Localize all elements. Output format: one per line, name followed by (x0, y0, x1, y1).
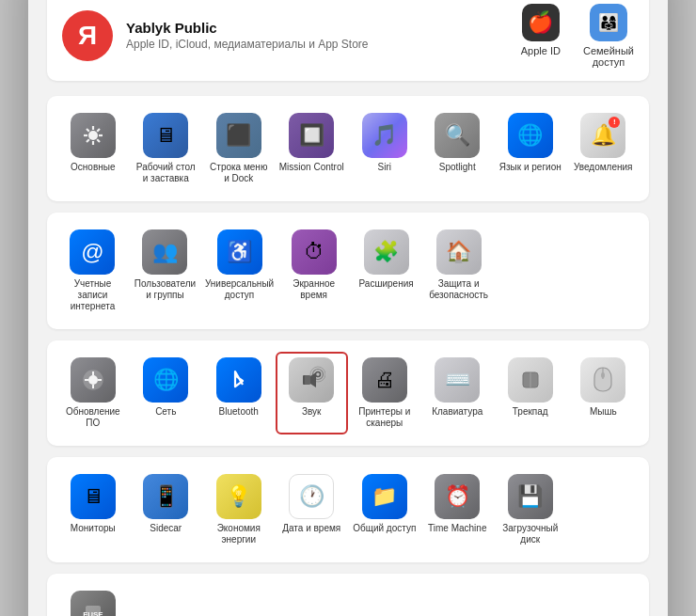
pref-sidecar-label: Sidecar (150, 523, 182, 534)
pref-extensions-label: Расширения (359, 278, 414, 290)
section-4: 🖥 Мониторы 📱 Sidecar 💡 Экономия энергии (47, 457, 649, 562)
pref-datetime-icon: 🕐 (289, 474, 334, 519)
pref-trackpad-label: Трекпад (513, 406, 548, 418)
pref-bluetooth[interactable]: Bluetooth (202, 352, 276, 434)
pref-universal-label: Универсальный доступ (205, 278, 274, 301)
profile-actions: 🍎 Apple ID 👨‍👩‍👧 Семейныйдоступ (521, 4, 634, 68)
apple-id-label: Apple ID (521, 45, 561, 56)
pref-language[interactable]: 🌐 Язык и регион (494, 107, 567, 190)
profile-name: Yablyk Public (126, 20, 521, 36)
pref-desktop-label: Рабочий стол и заставка (134, 162, 199, 184)
pref-printers-label: Принтеры и сканеры (352, 406, 418, 429)
svg-text:FUSE: FUSE (83, 610, 103, 617)
pref-universal-icon: ♿ (217, 229, 262, 275)
svg-point-10 (88, 375, 98, 385)
pref-mouse-label: Мышь (590, 406, 617, 418)
pref-mission[interactable]: 🔲 Mission Control (276, 107, 349, 190)
avatar: Я (62, 10, 113, 61)
pref-security-label: Защита и безопасность (426, 278, 491, 301)
pref-language-label: Язык и регион (499, 162, 562, 173)
family-action[interactable]: 👨‍👩‍👧 Семейныйдоступ (583, 4, 634, 68)
section-2-grid: @ Учетные записи интернета 👥 Пользовател… (56, 224, 640, 318)
pref-bluetooth-label: Bluetooth (219, 406, 259, 418)
pref-datetime[interactable]: 🕐 Дата и время (276, 468, 349, 551)
svg-line-6 (97, 139, 100, 142)
svg-rect-16 (305, 375, 310, 385)
pref-users[interactable]: 👥 Пользователи и группы (129, 224, 201, 318)
pref-timemachine[interactable]: ⏰ Time Machine (421, 468, 495, 551)
pref-sidecar-icon: 📱 (143, 474, 188, 519)
pref-osnovy-icon (71, 113, 116, 158)
pref-screentime[interactable]: ⏱ Экранное время (277, 224, 350, 318)
pref-security-icon: 🏠 (436, 229, 482, 275)
pref-spotlight[interactable]: 🔍 Spotlight (421, 107, 495, 190)
pref-notifications-label: Уведомления (574, 162, 633, 173)
pref-extensions[interactable]: 🧩 Расширения (350, 224, 422, 318)
pref-fuse[interactable]: FUSE FUSE (56, 585, 130, 617)
pref-software[interactable]: Обновление ПО (56, 352, 130, 434)
pref-energy-label: Экономия энергии (206, 523, 272, 545)
pref-startup-icon: 💾 (508, 474, 553, 519)
pref-sound[interactable]: Звук (276, 352, 349, 434)
pref-network-icon: 🌐 (143, 357, 188, 403)
pref-desktop-icon: 🖥 (143, 113, 188, 158)
pref-monitors[interactable]: 🖥 Мониторы (56, 468, 130, 551)
pref-users-icon: 👥 (142, 229, 187, 275)
pref-startup[interactable]: 💾 Загрузочный диск (494, 468, 567, 551)
pref-energy[interactable]: 💡 Экономия энергии (202, 468, 276, 551)
pref-sharing-icon: 📁 (362, 474, 407, 519)
svg-point-0 (88, 131, 98, 140)
pref-bluetooth-icon (216, 357, 261, 403)
section-2: @ Учетные записи интернета 👥 Пользовател… (47, 213, 649, 329)
content-area: Я Yablyk Public Apple ID, iCloud, медиам… (28, 0, 668, 616)
profile-row: Я Yablyk Public Apple ID, iCloud, медиам… (47, 0, 649, 81)
pref-sidecar[interactable]: 📱 Sidecar (130, 468, 203, 551)
pref-extensions-icon: 🧩 (364, 229, 409, 275)
pref-software-label: Обновление ПО (60, 406, 126, 429)
svg-point-17 (316, 371, 321, 376)
fuse-section: FUSE FUSE (47, 574, 649, 617)
pref-software-icon (71, 357, 116, 403)
apple-id-icon: 🍎 (522, 4, 560, 41)
pref-fuse-icon: FUSE (71, 591, 116, 617)
pref-spotlight-label: Spotlight (439, 162, 476, 173)
pref-sound-icon (289, 357, 334, 403)
pref-osnovy[interactable]: Основные (56, 107, 130, 190)
pref-printers[interactable]: 🖨 Принтеры и сканеры (348, 352, 421, 434)
pref-desktop[interactable]: 🖥 Рабочий стол и заставка (130, 107, 203, 190)
pref-accounts[interactable]: @ Учетные записи интернета (56, 224, 129, 318)
pref-security[interactable]: 🏠 Защита и безопасность (422, 224, 495, 318)
pref-screentime-icon: ⏱ (292, 229, 337, 275)
pref-network-label: Сеть (155, 406, 176, 418)
pref-energy-icon: 💡 (216, 474, 261, 519)
pref-sound-label: Звук (302, 406, 322, 418)
pref-trackpad[interactable]: Трекпад (494, 352, 567, 434)
pref-keyboard[interactable]: ⌨️ Клавиатура (421, 352, 495, 434)
pref-dock-icon: ⬛ (216, 113, 261, 158)
pref-dock-label: Строка меню и Dock (206, 162, 272, 184)
family-label: Семейныйдоступ (583, 45, 634, 68)
pref-universal[interactable]: ♿ Универсальный доступ (201, 224, 277, 318)
pref-siri[interactable]: 🎵 Siri (348, 107, 421, 190)
svg-line-8 (87, 139, 89, 142)
pref-datetime-label: Дата и время (282, 523, 340, 534)
pref-trackpad-icon (508, 357, 553, 403)
profile-info: Yablyk Public Apple ID, iCloud, медиамат… (126, 20, 521, 51)
apple-id-action[interactable]: 🍎 Apple ID (521, 4, 561, 68)
section-3-grid: Обновление ПО 🌐 Сеть Bluetooth (56, 352, 640, 434)
pref-osnovy-label: Основные (71, 162, 115, 173)
svg-line-7 (97, 129, 100, 132)
pref-dock[interactable]: ⬛ Строка меню и Dock (202, 107, 276, 190)
pref-language-icon: 🌐 (508, 113, 553, 158)
section-3: Обновление ПО 🌐 Сеть Bluetooth (47, 340, 649, 446)
pref-network[interactable]: 🌐 Сеть (130, 352, 203, 434)
pref-mouse[interactable]: Мышь (567, 352, 641, 434)
pref-sharing[interactable]: 📁 Общий доступ (348, 468, 421, 551)
pref-startup-label: Загрузочный диск (498, 523, 563, 545)
pref-users-label: Пользователи и группы (133, 278, 198, 301)
pref-notifications[interactable]: 🔔 ! Уведомления (567, 107, 641, 190)
pref-siri-label: Siri (378, 162, 391, 173)
pref-keyboard-icon: ⌨️ (435, 357, 480, 403)
pref-monitors-icon: 🖥 (71, 474, 116, 519)
pref-timemachine-icon: ⏰ (435, 474, 480, 519)
